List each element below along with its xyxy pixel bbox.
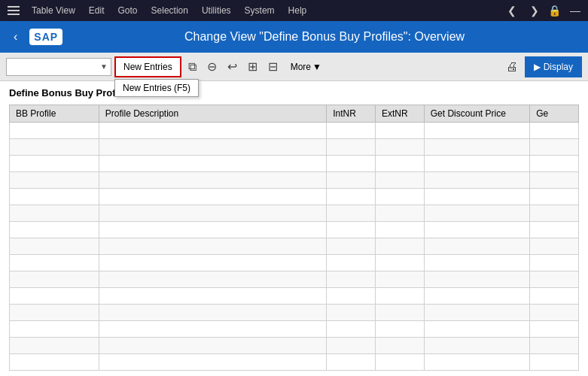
table-row xyxy=(10,123,579,139)
table-row xyxy=(10,156,579,172)
table-row xyxy=(10,288,579,305)
display-button[interactable]: ▶ Display xyxy=(525,56,582,77)
table-row xyxy=(10,338,579,354)
undo-button[interactable]: ↩ xyxy=(224,56,241,77)
menu-system[interactable]: System xyxy=(239,2,281,19)
menu-edit[interactable]: Edit xyxy=(83,2,111,19)
table-row xyxy=(10,238,579,255)
nav-back-icon[interactable]: ❮ xyxy=(503,3,521,18)
data-table: BB Profile Profile Description IntNR Ext… xyxy=(9,105,579,371)
table-row xyxy=(10,172,579,189)
more-arrow-icon: ▼ xyxy=(312,62,321,72)
hamburger-menu[interactable] xyxy=(3,3,24,18)
dropdown-arrow-icon: ▼ xyxy=(100,62,108,71)
display-icon: ▶ xyxy=(534,62,541,72)
page-title: Change View "Define Bonus Buy Profiles":… xyxy=(70,30,579,44)
delete-button[interactable]: ⊖ xyxy=(203,56,221,77)
col-header-intnr: IntNR xyxy=(327,105,376,123)
col-header-bb-profile: BB Profile xyxy=(10,105,99,123)
menu-utilities[interactable]: Utilities xyxy=(196,2,237,19)
new-entries-tooltip: New Entries (F5) xyxy=(114,79,199,97)
more-label: More xyxy=(291,62,311,72)
table-row xyxy=(10,321,579,338)
split-button[interactable]: ⊞ xyxy=(244,56,261,77)
menu-selection[interactable]: Selection xyxy=(145,2,194,19)
table-row xyxy=(10,255,579,271)
sap-logo: SAP xyxy=(29,29,62,45)
minimize-button[interactable]: — xyxy=(565,3,585,18)
col-header-extnr: ExtNR xyxy=(375,105,424,123)
menu-help[interactable]: Help xyxy=(282,2,313,19)
menu-bar-right: ❮ ❯ 🔒 — xyxy=(503,3,585,18)
menu-table-view[interactable]: Table View xyxy=(26,2,81,19)
table-row xyxy=(10,354,579,371)
table-row xyxy=(10,139,579,156)
toolbar-right: 🖨 ▶ Display xyxy=(502,56,582,77)
menu-bar: Table View Edit Goto Selection Utilities… xyxy=(0,0,588,21)
multi-button[interactable]: ⊟ xyxy=(264,56,282,77)
table-row xyxy=(10,305,579,321)
nav-forward-icon[interactable]: ❯ xyxy=(526,3,544,18)
print-button[interactable]: 🖨 xyxy=(502,58,522,76)
new-entries-container: New Entries New Entries (F5) xyxy=(114,56,181,77)
col-header-ge: Ge xyxy=(530,105,579,123)
table-header-row: BB Profile Profile Description IntNR Ext… xyxy=(10,105,579,123)
content-area: Define Bonus Buy Profiles BB Profile Pro… xyxy=(0,81,588,376)
display-label: Display xyxy=(544,62,573,72)
table-row xyxy=(10,189,579,205)
table-row xyxy=(10,222,579,238)
menu-goto[interactable]: Goto xyxy=(112,2,144,19)
toolbar: ▼ New Entries New Entries (F5) ⧉ ⊖ ↩ ⊞ ⊟… xyxy=(0,53,588,81)
col-header-discount: Get Discount Price xyxy=(424,105,529,123)
title-bar: ‹ SAP Change View "Define Bonus Buy Prof… xyxy=(0,21,588,53)
copy-button[interactable]: ⧉ xyxy=(184,56,200,77)
new-entries-button[interactable]: New Entries xyxy=(114,56,181,77)
table-row xyxy=(10,205,579,222)
more-button[interactable]: More ▼ xyxy=(285,59,328,74)
toolbar-dropdown[interactable]: ▼ xyxy=(6,58,111,76)
col-header-profile-desc: Profile Description xyxy=(99,105,326,123)
table-row xyxy=(10,271,579,288)
section-title: Define Bonus Buy Profiles xyxy=(9,87,579,99)
lock-icon: 🔒 xyxy=(548,5,561,17)
back-button[interactable]: ‹ xyxy=(9,29,22,45)
